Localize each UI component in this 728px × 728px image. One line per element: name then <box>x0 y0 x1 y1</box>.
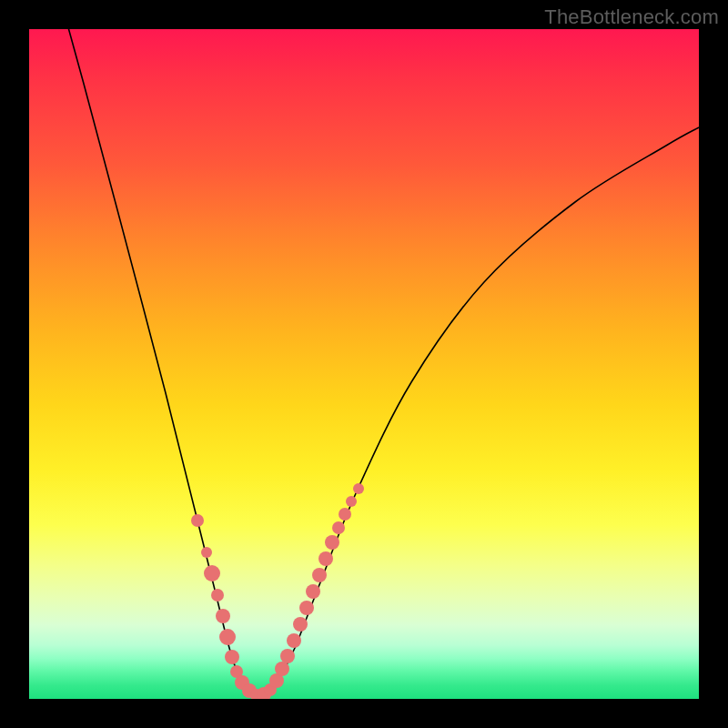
data-dot <box>201 547 212 558</box>
data-dot <box>275 662 289 676</box>
chart-frame: TheBottleneck.com <box>0 0 728 728</box>
data-dot <box>280 649 295 663</box>
data-dot <box>293 617 308 632</box>
dots-left-branch <box>191 514 277 699</box>
data-dot <box>312 568 327 582</box>
bottleneck-curve <box>64 29 699 696</box>
data-dot <box>287 633 301 648</box>
data-dot <box>299 601 314 615</box>
watermark-label: TheBottleneck.com <box>544 5 719 29</box>
data-dot <box>339 508 351 521</box>
data-dot <box>216 609 230 623</box>
data-dot <box>346 496 357 507</box>
data-dot <box>204 565 220 581</box>
data-dot <box>225 650 239 664</box>
data-dot <box>332 521 345 534</box>
dots-right-branch <box>269 483 364 688</box>
plot-area <box>29 29 699 699</box>
data-dot <box>353 483 364 494</box>
data-dot <box>191 514 204 527</box>
data-dot <box>211 589 224 602</box>
data-dot <box>318 551 333 566</box>
data-dot <box>219 629 236 645</box>
data-dot <box>325 535 339 550</box>
data-dot <box>306 584 320 599</box>
curve-layer <box>29 29 699 699</box>
